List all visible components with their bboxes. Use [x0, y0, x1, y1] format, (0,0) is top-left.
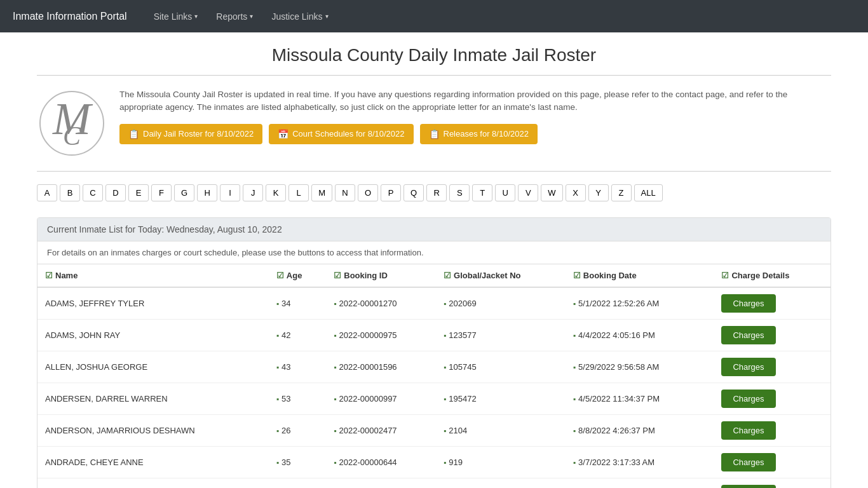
reports-caret: ▾ [250, 13, 253, 20]
alpha-btn-o[interactable]: O [358, 184, 378, 201]
alphabet-filter: ABCDEFGHIJKLMNOPQRSTUVWXYZALL [37, 184, 831, 201]
table-body: ADAMS, JEFFREY TYLER▪34▪2022-00001270▪20… [37, 287, 831, 488]
cell-check-icon: ▪ [276, 395, 279, 403]
table-row: ADAMS, JOHN RAY▪42▪2022-00000975▪123577▪… [37, 320, 831, 351]
table-cell: ▪2104 [436, 415, 566, 447]
charges-button-4[interactable]: Charges [721, 421, 775, 440]
table-cell: ▪2022-00001270 [326, 287, 436, 320]
main-container: Missoula County Daily Inmate Jail Roster… [27, 32, 841, 488]
cell-check-icon: ▪ [573, 458, 576, 467]
alpha-btn-w[interactable]: W [541, 184, 562, 201]
charges-cell: Charges [714, 415, 831, 447]
alpha-btn-u[interactable]: U [495, 184, 515, 201]
cell-check-icon: ▪ [334, 426, 336, 435]
alpha-btn-q[interactable]: Q [403, 184, 424, 201]
daily-roster-button[interactable]: 📋 Daily Jail Roster for 8/10/2022 [119, 124, 262, 144]
table-cell: ▪195472 [436, 383, 566, 415]
table-cell: ▪2022-00000997 [326, 383, 436, 415]
table-cell: ANDERSEN, DARREL WARREN [37, 383, 269, 415]
table-cell: ▪43 [269, 351, 326, 383]
cell-check-icon: ▪ [276, 426, 279, 435]
table-cell: ▪4/5/2022 11:34:37 PM [566, 383, 714, 415]
daily-roster-icon: 📋 [128, 129, 139, 139]
cell-check-icon: ▪ [573, 363, 576, 372]
charges-button-5[interactable]: Charges [721, 453, 775, 471]
cell-check-icon: ▪ [334, 395, 336, 403]
inmate-list-container: Current Inmate List for Today: Wednesday… [37, 217, 831, 488]
page-title: Missoula County Daily Inmate Jail Roster [37, 45, 831, 65]
inmate-list-header: Current Inmate List for Today: Wednesday… [37, 218, 831, 241]
table-cell: ▪123577 [436, 320, 566, 351]
charges-button-1[interactable]: Charges [721, 326, 775, 344]
alpha-btn-n[interactable]: N [335, 184, 355, 201]
col-booking-id: ☑Booking ID [326, 264, 436, 287]
alpha-btn-l[interactable]: L [288, 184, 309, 201]
table-cell: ▪4/4/2022 4:05:16 PM [566, 320, 714, 351]
inmate-list-note: For details on an inmates charges or cou… [37, 241, 831, 264]
cell-check-icon: ▪ [276, 299, 279, 308]
table-cell: ▪34 [269, 478, 326, 489]
alpha-btn-z[interactable]: Z [611, 184, 632, 201]
col-check-icon: ☑ [45, 271, 53, 280]
col-global-jacket-no: ☑Global/Jacket No [436, 264, 566, 287]
cell-check-icon: ▪ [573, 299, 576, 308]
navbar-brand[interactable]: Inmate Information Portal [13, 11, 127, 22]
col-check-icon: ☑ [276, 271, 284, 280]
table-cell: ▪53 [269, 383, 326, 415]
court-schedules-button[interactable]: 📅 Court Schedules for 8/10/2022 [269, 124, 413, 144]
cell-check-icon: ▪ [444, 363, 446, 372]
navbar: Inmate Information Portal Site Links ▾ R… [0, 0, 868, 32]
alpha-btn-x[interactable]: X [566, 184, 586, 201]
inmate-table: ☑Name☑Age☑Booking ID☑Global/Jacket No☑Bo… [37, 264, 831, 488]
alpha-btn-j[interactable]: J [243, 184, 263, 201]
cell-check-icon: ▪ [276, 331, 279, 340]
alpha-btn-r[interactable]: R [426, 184, 447, 201]
table-header-row: ☑Name☑Age☑Booking ID☑Global/Jacket No☑Bo… [37, 264, 831, 287]
site-links-caret: ▾ [194, 13, 198, 20]
alpha-btn-k[interactable]: K [266, 184, 286, 201]
releases-button[interactable]: 📋 Releases for 8/10/2022 [420, 124, 538, 144]
releases-icon: 📋 [429, 129, 440, 139]
alpha-btn-v[interactable]: V [518, 184, 538, 201]
alpha-btn-f[interactable]: F [151, 184, 172, 201]
charges-button-2[interactable]: Charges [721, 358, 775, 376]
alpha-btn-all[interactable]: ALL [634, 184, 663, 201]
charges-button-0[interactable]: Charges [721, 294, 775, 313]
daily-roster-label: Daily Jail Roster for 8/10/2022 [143, 129, 254, 139]
nav-site-links[interactable]: Site Links ▾ [146, 8, 206, 25]
alpha-btn-t[interactable]: T [472, 184, 492, 201]
col-booking-date: ☑Booking Date [566, 264, 714, 287]
table-row: ANDERSON, JAMARRIOUS DESHAWN▪26▪2022-000… [37, 415, 831, 447]
alpha-btn-e[interactable]: E [128, 184, 149, 201]
table-cell: ▪202069 [436, 287, 566, 320]
alpha-btn-y[interactable]: Y [588, 184, 609, 201]
alpha-btn-h[interactable]: H [197, 184, 217, 201]
table-row: ANDERSEN, DARREL WARREN▪53▪2022-00000997… [37, 383, 831, 415]
alpha-btn-g[interactable]: G [174, 184, 194, 201]
svg-text:C: C [63, 121, 81, 151]
table-cell: ▪8/8/2022 4:26:37 PM [566, 415, 714, 447]
info-text: The Missoula County Jail Roster is updat… [119, 88, 831, 114]
table-cell: ▪203396 [436, 478, 566, 489]
alpha-btn-s[interactable]: S [449, 184, 470, 201]
cell-check-icon: ▪ [444, 299, 446, 308]
alpha-btn-a[interactable]: A [37, 184, 57, 201]
table-cell: ▪5/1/2022 12:52:26 AM [566, 287, 714, 320]
alpha-btn-c[interactable]: C [83, 184, 103, 201]
cell-check-icon: ▪ [334, 331, 336, 340]
alpha-btn-b[interactable]: B [60, 184, 80, 201]
alpha-btn-m[interactable]: M [311, 184, 332, 201]
table-cell: ▪26 [269, 415, 326, 447]
table-cell: ▪2022-00002477 [326, 415, 436, 447]
charges-button-6[interactable]: Charges [721, 485, 775, 488]
table-cell: ANDERSON, JAMARRIOUS DESHAWN [37, 415, 269, 447]
nav-justice-links[interactable]: Justice Links ▾ [264, 8, 336, 25]
alpha-btn-d[interactable]: D [105, 184, 126, 201]
charges-button-3[interactable]: Charges [721, 390, 775, 408]
nav-reports[interactable]: Reports ▾ [208, 8, 261, 25]
alpha-btn-p[interactable]: P [381, 184, 401, 201]
table-cell: ANGEL, JAMES ROHN [37, 478, 269, 489]
alpha-btn-i[interactable]: I [220, 184, 240, 201]
col-check-icon: ☑ [573, 271, 581, 280]
table-cell: ADAMS, JEFFREY TYLER [37, 287, 269, 320]
